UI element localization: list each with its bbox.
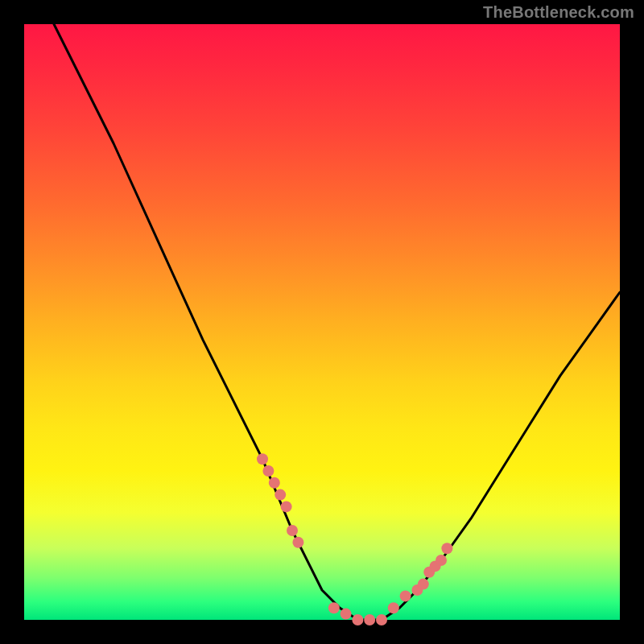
plot-area [24,24,620,620]
watermark-text: TheBottleneck.com [483,3,634,22]
marker-dot [400,590,411,601]
marker-dot [341,609,352,620]
marker-dot [257,453,268,464]
marker-dot [388,602,399,613]
marker-dot [418,579,429,590]
marker-dot [376,614,387,625]
marker-dot [287,525,298,536]
marker-dot [352,614,363,625]
bottleneck-curve [54,24,620,620]
marker-dot [275,489,286,501]
marker-dot [364,614,375,625]
highlight-markers [257,453,452,625]
marker-dot [281,501,292,512]
marker-dot [269,477,280,489]
marker-dot [292,537,303,548]
marker-dot [436,555,447,566]
marker-dot [328,602,340,613]
marker-dot [441,543,452,554]
marker-dot [262,465,274,477]
chart-frame: TheBottleneck.com [0,0,644,644]
curve-svg [24,24,620,620]
